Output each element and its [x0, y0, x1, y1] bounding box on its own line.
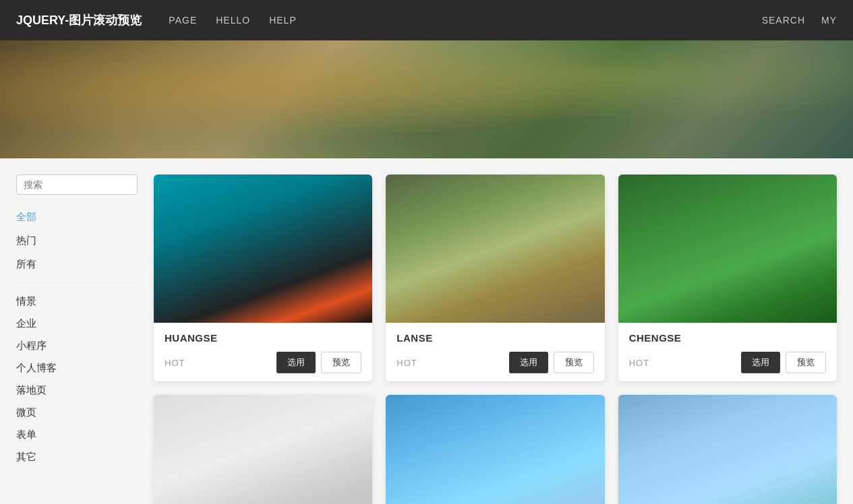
navbar-right: SEARCH MY	[762, 15, 837, 26]
btn-select-3[interactable]: 选用	[741, 352, 780, 373]
card-6: 选用 预览	[618, 395, 837, 504]
card-badge-3: HOT	[629, 358, 649, 368]
card-image-5	[386, 395, 604, 504]
sidebar-item-miniapp[interactable]: 小程序	[16, 335, 138, 357]
card-4: 选用 预览	[154, 395, 372, 504]
sidebar-item-other[interactable]: 其它	[16, 446, 138, 468]
sidebar-divider	[16, 283, 138, 284]
sidebar-item-enterprise[interactable]: 企业	[16, 313, 138, 335]
nav-link-hello[interactable]: HELLO	[216, 15, 250, 26]
card-image-3	[618, 175, 837, 323]
card-body-3: CHENGSE HOT 选用 预览	[618, 323, 837, 381]
btn-preview-3[interactable]: 预览	[786, 352, 826, 373]
nav-link-page[interactable]: PAGE	[169, 15, 197, 26]
sidebar-sub-items: 情景 企业 小程序 个人博客 落地页 微页 表单 其它	[16, 290, 138, 468]
btn-preview-2[interactable]: 预览	[554, 352, 594, 373]
card-footer-2: HOT 选用 预览	[396, 352, 593, 373]
btn-preview-1[interactable]: 预览	[321, 352, 361, 373]
card-chengse: CHENGSE HOT 选用 预览	[618, 175, 837, 381]
card-5: 选用 预览	[386, 395, 604, 504]
card-title-1: HUANGSE	[165, 332, 361, 344]
card-lanse: LANSE HOT 选用 预览	[386, 175, 604, 381]
hero-banner-inner	[0, 40, 853, 158]
cards-area: HUANGSE HOT 选用 预览 LANSE HOT	[154, 175, 837, 504]
card-body-2: LANSE HOT 选用 预览	[386, 323, 604, 381]
sidebar-item-form[interactable]: 表单	[16, 424, 138, 446]
sidebar-item-scene[interactable]: 情景	[16, 290, 138, 313]
card-badge-2: HOT	[396, 358, 417, 368]
card-footer-3: HOT 选用 预览	[629, 352, 826, 373]
card-body-1: HUANGSE HOT 选用 预览	[154, 323, 372, 381]
card-title-2: LANSE	[396, 332, 593, 344]
main-content: 全部 热门 所有 情景 企业 小程序 个人博客 落地页 微页 表单 其它 HUA…	[0, 158, 853, 504]
sidebar-item-hot[interactable]: 热门	[16, 229, 138, 253]
card-title-3: CHENGSE	[629, 332, 826, 344]
card-image-2	[386, 175, 604, 323]
sidebar-item-blog[interactable]: 个人博客	[16, 357, 138, 379]
card-badge-1: HOT	[165, 358, 185, 368]
card-actions-1: 选用 预览	[276, 352, 361, 373]
sidebar-item-landing[interactable]: 落地页	[16, 379, 138, 402]
nav-link-help[interactable]: HELP	[269, 15, 297, 26]
card-image-6	[618, 395, 837, 504]
card-footer-1: HOT 选用 预览	[165, 352, 361, 373]
card-image-4	[154, 395, 372, 504]
btn-select-2[interactable]: 选用	[509, 352, 548, 373]
sidebar: 全部 热门 所有 情景 企业 小程序 个人博客 落地页 微页 表单 其它	[16, 175, 138, 504]
cards-grid: HUANGSE HOT 选用 预览 LANSE HOT	[154, 175, 837, 504]
navbar-brand: JQUERY-图片滚动预览	[16, 12, 142, 28]
sidebar-item-all[interactable]: 全部	[16, 206, 138, 229]
nav-search[interactable]: SEARCH	[762, 15, 805, 26]
btn-select-1[interactable]: 选用	[276, 352, 316, 373]
sidebar-main-items: 全部 热门 所有	[16, 206, 138, 276]
sidebar-item-all2[interactable]: 所有	[16, 253, 138, 276]
navbar-links: PAGE HELLO HELP	[169, 15, 761, 26]
navbar: JQUERY-图片滚动预览 PAGE HELLO HELP SEARCH MY	[0, 0, 853, 40]
card-huangse: HUANGSE HOT 选用 预览	[154, 175, 372, 381]
nav-my[interactable]: MY	[821, 15, 837, 26]
card-actions-2: 选用 预览	[509, 352, 594, 373]
sidebar-item-wepage[interactable]: 微页	[16, 402, 138, 424]
card-actions-3: 选用 预览	[741, 352, 826, 373]
search-input[interactable]	[16, 175, 138, 195]
card-image-1	[154, 175, 372, 323]
hero-banner	[0, 40, 853, 158]
